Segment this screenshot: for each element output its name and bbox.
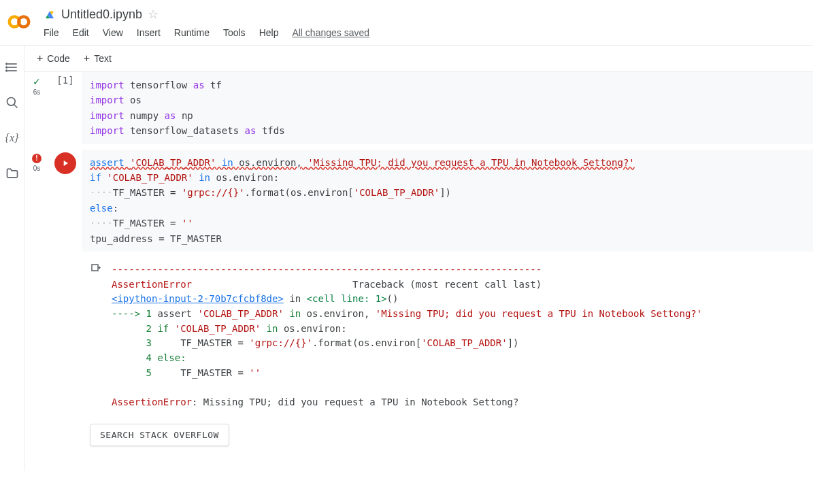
header: Untitled0.ipynb ☆ File Edit View Insert … [0, 0, 813, 45]
menu-edit[interactable]: Edit [73, 27, 89, 38]
notebook-title[interactable]: Untitled0.ipynb [61, 7, 142, 22]
svg-point-8 [7, 98, 15, 106]
menu-bar: File Edit View Insert Runtime Tools Help… [44, 23, 808, 45]
menu-help[interactable]: Help [259, 27, 279, 38]
traceback: ----------------------------------------… [112, 263, 805, 410]
svg-point-5 [5, 63, 7, 65]
menu-file[interactable]: File [44, 27, 59, 38]
error-icon: ! [32, 154, 42, 163]
star-icon[interactable]: ☆ [148, 7, 159, 22]
variables-icon[interactable]: {x} [5, 131, 19, 145]
add-code-label: Code [47, 53, 69, 64]
svg-line-9 [14, 105, 17, 108]
plus-icon: + [84, 52, 90, 65]
svg-point-6 [5, 67, 7, 68]
menu-tools[interactable]: Tools [223, 27, 246, 38]
cell-output: ----------------------------------------… [82, 257, 813, 457]
svg-point-1 [18, 17, 29, 27]
menu-runtime[interactable]: Runtime [174, 27, 210, 38]
plus-icon: + [37, 52, 43, 65]
svg-point-7 [5, 70, 7, 71]
add-code-button[interactable]: + Code [37, 52, 70, 65]
search-icon[interactable] [5, 96, 19, 110]
files-icon[interactable] [5, 167, 19, 180]
colab-logo[interactable] [5, 8, 33, 35]
code-editor[interactable]: assert 'COLAB_TP_ADDR' in os.environ, 'M… [82, 150, 813, 252]
traceback-link[interactable]: <ipython-input-2-70b7cfcbf8de> [112, 293, 284, 304]
code-cell: ✓ 6s [1] import tensorflow as tf import … [24, 72, 813, 144]
cell-timing: 0s [33, 165, 41, 172]
add-text-label: Text [94, 53, 112, 64]
code-cell: ! 0s assert 'COLAB_TP_ADDR' in os.enviro… [24, 150, 813, 252]
output-toggle-icon[interactable] [90, 263, 112, 410]
svg-rect-10 [92, 265, 98, 271]
save-status[interactable]: All changes saved [292, 27, 369, 38]
exec-count: [1] [56, 75, 73, 86]
drive-icon [44, 8, 56, 20]
toc-icon[interactable] [5, 61, 19, 74]
menu-insert[interactable]: Insert [137, 27, 161, 38]
run-button[interactable] [54, 152, 76, 174]
search-stack-overflow-button[interactable]: SEARCH STACK OVERFLOW [90, 424, 229, 446]
check-icon: ✓ [33, 76, 41, 87]
menu-view[interactable]: View [103, 27, 123, 38]
cell-timing: 6s [33, 88, 41, 96]
action-toolbar: + Code + Text [24, 46, 813, 71]
code-editor[interactable]: import tensorflow as tf import os import… [82, 72, 813, 144]
title-row: Untitled0.ipynb ☆ [44, 5, 808, 23]
add-text-button[interactable]: + Text [84, 52, 112, 65]
left-rail: {x} [0, 46, 24, 471]
